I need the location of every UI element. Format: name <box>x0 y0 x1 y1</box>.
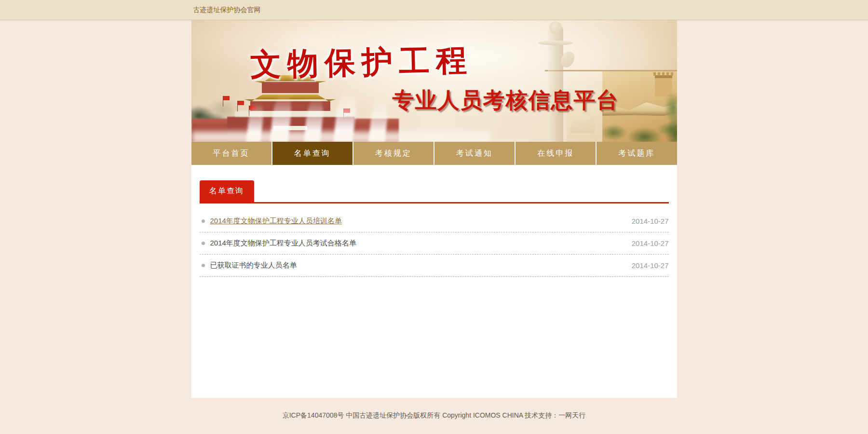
red-flag-icon <box>223 96 230 100</box>
nav-item-online-application[interactable]: 在线申报 <box>515 142 597 165</box>
banner: 文物保护工程 专业人员考核信息平台 <box>191 20 677 142</box>
bullet-icon <box>202 242 205 245</box>
content-panel: 名单查询 2014年度文物保护工程专业人员培训名单 2014-10-27 201… <box>191 165 677 398</box>
list-item: 2014年度文物保护工程专业人员考试合格名单 2014-10-27 <box>200 232 669 255</box>
red-flag-icon <box>238 101 244 105</box>
nav-item-home[interactable]: 平台首页 <box>191 142 272 165</box>
list-item: 已获取证书的专业人员名单 2014-10-27 <box>200 255 669 277</box>
list-item-date: 2014-10-27 <box>632 239 669 247</box>
list-item-link[interactable]: 2014年度文物保护工程专业人员考试合格名单 <box>210 239 356 248</box>
huabiao-pillar-illustration <box>545 23 566 142</box>
main-nav: 平台首页 名单查询 考核规定 考试通知 在线申报 考试题库 <box>191 142 677 165</box>
list-item: 2014年度文物保护工程专业人员培训名单 2014-10-27 <box>200 210 669 232</box>
banner-subtitle: 专业人员考核信息平台 <box>393 86 619 115</box>
list-item-link[interactable]: 2014年度文物保护工程专业人员培训名单 <box>210 217 342 226</box>
list-item-date: 2014-10-27 <box>632 261 669 270</box>
official-site-link[interactable]: 古迹遗址保护协会官网 <box>191 6 261 14</box>
bullet-icon <box>202 264 205 267</box>
top-bar: 古迹遗址保护协会官网 <box>0 0 868 20</box>
list-item-link[interactable]: 已获取证书的专业人员名单 <box>210 261 297 270</box>
nav-item-list-query[interactable]: 名单查询 <box>272 142 353 165</box>
list-item-date: 2014-10-27 <box>632 217 669 225</box>
section-header: 名单查询 <box>200 180 669 203</box>
bullet-icon <box>202 219 205 223</box>
section-title-tab: 名单查询 <box>200 180 254 202</box>
banner-title: 文物保护工程 <box>250 39 474 86</box>
nav-item-question-bank[interactable]: 考试题库 <box>597 142 677 165</box>
footer-copyright: 京ICP备14047008号 中国古迹遗址保护协会版权所有 Copyright … <box>0 398 868 420</box>
article-list: 2014年度文物保护工程专业人员培训名单 2014-10-27 2014年度文物… <box>200 210 669 277</box>
nav-item-exam-notice[interactable]: 考试通知 <box>434 142 515 165</box>
nav-item-assessment-rules[interactable]: 考核规定 <box>353 142 434 165</box>
